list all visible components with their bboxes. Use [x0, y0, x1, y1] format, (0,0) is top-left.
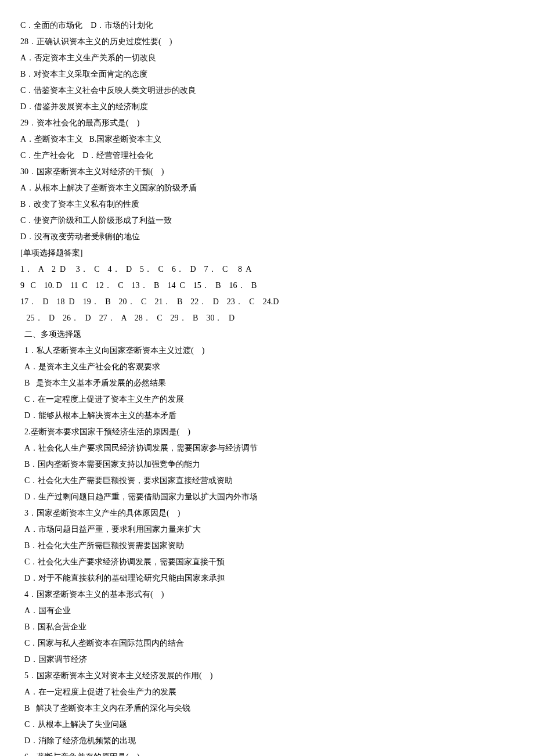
text-line: D．对于不能直接获利的基础理论研究只能由国家来承担 [20, 570, 514, 586]
text-line: 17． D 18 D 19． B 20． C 21． B 22． D 23． C… [20, 294, 514, 310]
text-line: 30．国家垄断资本主义对经济的干预( ) [20, 164, 514, 180]
text-line: 1． A 2 D 3． C 4． D 5． C 6． D 7． C 8 A [20, 261, 514, 278]
text-line: A．从根本上解决了垄断资本主义国家的阶级矛盾 [20, 180, 514, 196]
text-line: C．借鉴资本主义社会中反映人类文明进步的改良 [20, 82, 514, 99]
text-line: B．国内垄断资本需要国家支持以加强竞争的能力 [20, 456, 514, 473]
text-line: A．垄断资本主义 B.国家垄断资本主义 [20, 131, 514, 147]
text-line: D．借鉴并发展资本主义的经济制度 [20, 99, 514, 115]
text-line: C．社会化大生产需要巨额投资，要求国家直接经营或资助 [20, 473, 514, 489]
text-line: 29．资本社会化的最高形式是( ) [20, 115, 514, 131]
text-line: D．国家调节经济 [20, 651, 514, 668]
text-line: 3．国家垄断资本主义产生的具体原因是( ) [20, 505, 514, 521]
text-line: 二、多项选择题 [20, 326, 514, 343]
text-line: C．国家与私人垄断资本在国际范围内的结合 [20, 635, 514, 651]
text-line: B．改变了资本主义私有制的性质 [20, 196, 514, 213]
text-line: B 解决了垄断资本主义内在矛盾的深化与尖锐 [20, 700, 514, 717]
text-line: A．否定资本主义生产关系的一切改良 [20, 50, 514, 66]
text-line: A．国有企业 [20, 603, 514, 619]
text-line: B．国私合营企业 [20, 619, 514, 635]
text-line: B 是资本主义基本矛盾发展的必然结果 [20, 375, 514, 391]
text-line: A．社会化人生产要求国民经济协调发展，需要国家参与经济调节 [20, 440, 514, 456]
text-line: 2.垄断资本要求国家干预经济生活的原因是( ) [20, 424, 514, 440]
text-line: B．社会化大生产所需巨额投资需要国家资助 [20, 538, 514, 554]
text-line: A．在一定程度上促进了社会生产力的发展 [20, 684, 514, 700]
text-line: 5．国家垄断资本主义对资本主义经济发展的作用( ) [20, 668, 514, 684]
text-line: D．生产过剩问题日趋严重，需要借助国家力量以扩大国内外市场 [20, 489, 514, 505]
text-line: C．社会化大生产要求经济协调发展，需要国家直接干预 [20, 554, 514, 570]
text-line: D．没有改变劳动者受剥削的地位 [20, 229, 514, 245]
text-line: D．能够从根本上解决资本主义的基本矛盾 [20, 408, 514, 424]
text-line: 28．正确认识资本主义的历史过度性要( ) [20, 34, 514, 50]
text-line: C．在一定程度上促进了资本主义生产的发展 [20, 391, 514, 408]
text-line: A．市场问题日益严重，要求利用国家力量来扩大 [20, 521, 514, 538]
text-line: 1．私人垄断资本主义向国家垄断资本主义过渡( ) [20, 343, 514, 359]
text-line: B．对资本主义采取全面肯定的态度 [20, 66, 514, 82]
text-line: 4．国家垄断资本主义的基本形式有( ) [20, 586, 514, 603]
text-line: 6．垄断与竞争并存的原因是( ) [20, 749, 514, 756]
text-line: A．是资本主义生产社会化的客观要求 [20, 359, 514, 375]
text-line: 25． D 26． D 27． A 28． C 29． B 30． D [20, 310, 514, 326]
text-line: C．全面的市场化 D．市场的计划化 [20, 17, 514, 34]
text-line: D．消除了经济危机频繁的出现 [20, 733, 514, 749]
text-line: C．生产社会化 D．经营管理社会化 [20, 147, 514, 164]
text-line: C．使资产阶级和工人阶级形成了利益一致 [20, 213, 514, 229]
text-line: [单项选择题答案] [20, 245, 514, 261]
text-line: 9 C 10. D 11 C 12． C 13． B 14 C 15． B 16… [20, 278, 514, 294]
text-line: C．从根本上解决了失业问题 [20, 717, 514, 733]
